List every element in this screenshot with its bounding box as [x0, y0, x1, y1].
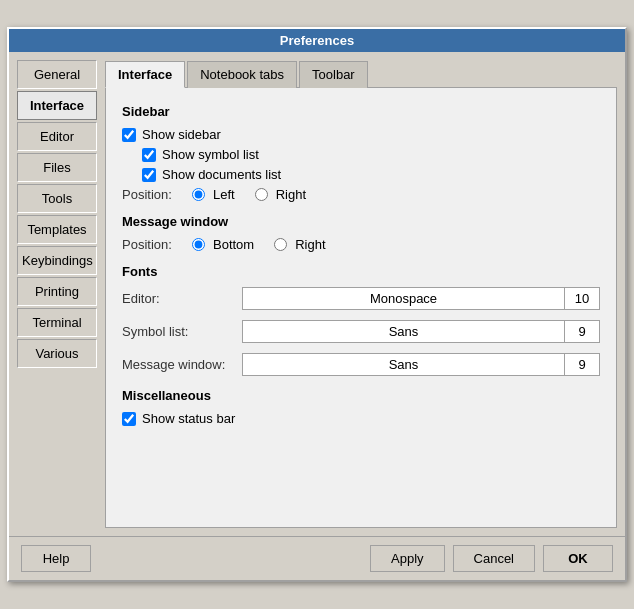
dialog-title: Preferences [9, 29, 625, 52]
message-window-position-right-label: Right [295, 237, 325, 252]
dialog-footer: Help Apply Cancel OK [9, 536, 625, 580]
tab-toolbar[interactable]: Toolbar [299, 61, 368, 88]
sidebar-position-left-radio[interactable] [192, 188, 205, 201]
sidebar-position-left-label: Left [213, 187, 235, 202]
symbol-list-font-label: Symbol list: [122, 324, 242, 339]
tab-interface[interactable]: Interface [105, 61, 185, 88]
symbol-list-font-selector: Sans 9 [242, 320, 600, 343]
footer-right-buttons: Apply Cancel OK [370, 545, 613, 572]
sidebar-section-title: Sidebar [122, 104, 600, 119]
apply-button[interactable]: Apply [370, 545, 445, 572]
sidebar-position-right-label: Right [276, 187, 306, 202]
sidebar-item-files[interactable]: Files [17, 153, 97, 182]
sidebar-navigation: General Interface Editor Files Tools Tem… [17, 60, 97, 528]
message-window-font-label: Message window: [122, 357, 242, 372]
show-status-bar-label: Show status bar [142, 411, 235, 426]
sidebar-item-tools[interactable]: Tools [17, 184, 97, 213]
editor-font-label: Editor: [122, 291, 242, 306]
sidebar-position-right-radio[interactable] [255, 188, 268, 201]
message-window-position-row: Position: Bottom Right [122, 237, 600, 252]
tab-notebook-tabs[interactable]: Notebook tabs [187, 61, 297, 88]
message-window-font-name-button[interactable]: Sans [242, 353, 564, 376]
sidebar-item-printing[interactable]: Printing [17, 277, 97, 306]
editor-font-size-button[interactable]: 10 [564, 287, 600, 310]
message-window-section-title: Message window [122, 214, 600, 229]
editor-font-row: Editor: Monospace 10 [122, 287, 600, 310]
show-symbol-list-label: Show symbol list [162, 147, 259, 162]
symbol-list-font-name-button[interactable]: Sans [242, 320, 564, 343]
editor-font-name-button[interactable]: Monospace [242, 287, 564, 310]
show-symbol-list-checkbox[interactable] [142, 148, 156, 162]
tabs-bar: Interface Notebook tabs Toolbar [105, 60, 617, 88]
message-window-font-size-button[interactable]: 9 [564, 353, 600, 376]
show-documents-list-label: Show documents list [162, 167, 281, 182]
sidebar-position-radio-group: Left Right [192, 187, 306, 202]
ok-button[interactable]: OK [543, 545, 613, 572]
message-window-font-selector: Sans 9 [242, 353, 600, 376]
message-window-position-label: Position: [122, 237, 192, 252]
tab-content-interface: Sidebar Show sidebar Show symbol list Sh… [105, 88, 617, 528]
sidebar-position-row: Position: Left Right [122, 187, 600, 202]
show-status-bar-row: Show status bar [122, 411, 600, 426]
sidebar-item-editor[interactable]: Editor [17, 122, 97, 151]
sidebar-item-templates[interactable]: Templates [17, 215, 97, 244]
sidebar-item-keybindings[interactable]: Keybindings [17, 246, 97, 275]
cancel-button[interactable]: Cancel [453, 545, 535, 572]
sidebar-item-various[interactable]: Various [17, 339, 97, 368]
message-window-position-bottom-radio[interactable] [192, 238, 205, 251]
content-area: Interface Notebook tabs Toolbar Sidebar … [105, 60, 617, 528]
message-window-position-radio-group: Bottom Right [192, 237, 326, 252]
sidebar-item-interface[interactable]: Interface [17, 91, 97, 120]
help-button[interactable]: Help [21, 545, 91, 572]
misc-section-title: Miscellaneous [122, 388, 600, 403]
message-window-font-row: Message window: Sans 9 [122, 353, 600, 376]
show-status-bar-checkbox[interactable] [122, 412, 136, 426]
sidebar-position-label: Position: [122, 187, 192, 202]
sidebar-item-terminal[interactable]: Terminal [17, 308, 97, 337]
message-window-position-bottom-label: Bottom [213, 237, 254, 252]
editor-font-selector: Monospace 10 [242, 287, 600, 310]
show-symbol-list-row: Show symbol list [142, 147, 600, 162]
symbol-list-font-size-button[interactable]: 9 [564, 320, 600, 343]
show-sidebar-checkbox[interactable] [122, 128, 136, 142]
fonts-section-title: Fonts [122, 264, 600, 279]
show-sidebar-label: Show sidebar [142, 127, 221, 142]
sidebar-item-general[interactable]: General [17, 60, 97, 89]
symbol-list-font-row: Symbol list: Sans 9 [122, 320, 600, 343]
message-window-position-right-radio[interactable] [274, 238, 287, 251]
show-documents-list-checkbox[interactable] [142, 168, 156, 182]
preferences-dialog: Preferences General Interface Editor Fil… [7, 27, 627, 582]
show-documents-list-row: Show documents list [142, 167, 600, 182]
show-sidebar-row: Show sidebar [122, 127, 600, 142]
